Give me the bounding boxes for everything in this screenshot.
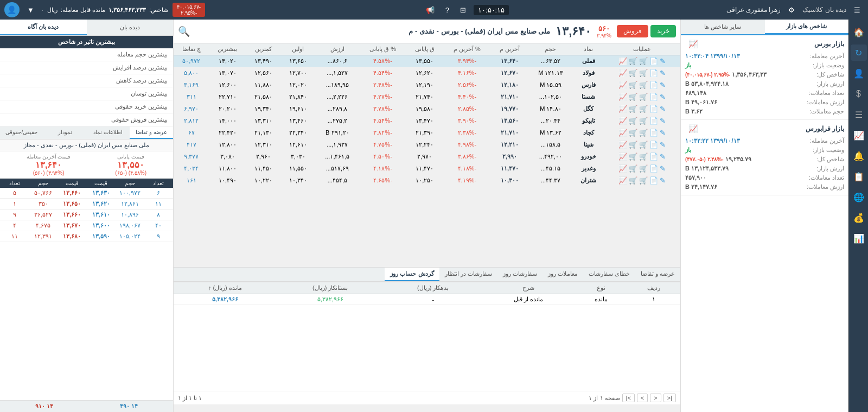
cart-icon-sell[interactable]: 🛒 <box>629 81 637 89</box>
grid-button[interactable]: ⊞ <box>457 5 469 15</box>
tab-sefareshat-dar-entezar[interactable]: سفارشات در انتظار <box>439 268 497 281</box>
report-icon-btn[interactable]: 📋 <box>851 168 867 185</box>
chart-row-icon[interactable]: 📈 <box>618 176 627 185</box>
td-symbol[interactable]: تاپیکو <box>573 115 604 127</box>
cart-icon-sell[interactable]: 🛒 <box>629 69 637 77</box>
list-item[interactable]: بیشترین درصد افزایش <box>0 61 173 74</box>
doc-icon[interactable]: 📄 <box>649 105 658 113</box>
table-row[interactable]: ✎ 📄 🛒 🛒 📈 وغدیر ۴۵.۱۵... ۱۱,۴۷۰ -۴.۱۸% ۱… <box>174 163 680 175</box>
td-symbol[interactable]: شینا <box>573 139 604 151</box>
tab-sayer-shakhes[interactable]: سایر شاخص ها <box>681 20 765 34</box>
list-item[interactable]: بیشترین توسان <box>0 87 173 100</box>
cart-icon-sell[interactable]: 🛒 <box>629 117 637 125</box>
chart-row-icon[interactable]: 📈 <box>618 129 627 137</box>
chart-row-icon[interactable]: 📈 <box>618 117 627 125</box>
doc-icon[interactable]: 📄 <box>649 57 658 65</box>
chart-row-icon[interactable]: 📈 <box>618 81 627 89</box>
chart-row-icon[interactable]: 📈 <box>618 105 627 113</box>
cart-icon-buy[interactable]: 🛒 <box>639 105 648 113</box>
arze-tab-haghighi[interactable]: حقیقی/حقوقی <box>0 126 43 139</box>
td-symbol[interactable]: کچاد <box>573 127 604 139</box>
refresh-icon-btn[interactable]: ↻ <box>851 45 867 61</box>
home-icon-btn[interactable]: 🏠 <box>851 24 867 40</box>
td-symbol[interactable]: فارس <box>573 79 604 91</box>
doc-icon[interactable]: 📄 <box>649 129 658 137</box>
edit-icon[interactable]: ✎ <box>660 117 666 125</box>
cart-icon-sell[interactable]: 🛒 <box>629 164 637 173</box>
sell-button[interactable]: فروش <box>617 25 648 37</box>
tab-gardesh-hesab-roz[interactable]: گردش حساب روز <box>385 268 439 281</box>
edit-icon[interactable]: ✎ <box>660 164 666 173</box>
cart-icon-buy[interactable]: 🛒 <box>639 69 648 77</box>
tab-sefareshat-roz[interactable]: سفارشات روز <box>497 268 542 281</box>
doc-icon[interactable]: 📄 <box>649 176 658 185</box>
pg-first[interactable]: |< <box>663 394 676 402</box>
arze-tab-arze[interactable]: عرضه و تقاضا <box>130 126 173 139</box>
pg-next[interactable]: > <box>637 394 648 402</box>
list-item[interactable]: بیشترین حجم معامله <box>0 48 173 61</box>
doc-icon[interactable]: 📄 <box>649 69 658 77</box>
doc-icon[interactable]: 📄 <box>649 164 658 173</box>
wallet-icon-btn[interactable]: 💰 <box>851 210 867 226</box>
table-row[interactable]: ✎ 📄 🛒 🛒 📈 شینا ۱۵۸.۵... ۱۲,۲۱۰ -۴.۹۸% ۱۲… <box>174 139 680 151</box>
table-row[interactable]: ✎ 📄 🛒 🛒 📈 فارس ۱۵.۵۹ M ۱۲,۱۸۰ -۲.۵۶% ۱۲,… <box>174 79 680 91</box>
td-symbol[interactable]: کگل <box>573 103 604 115</box>
settings-button[interactable]: ⚙ <box>785 5 798 15</box>
list-item[interactable]: بیشترین درصد کاهش <box>0 74 173 87</box>
table-row[interactable]: ✎ 📄 🛒 🛒 📈 شتران ۴۴.۳۷... ۱۰,۳۰۰ -۴.۱۹% ۱… <box>174 175 680 187</box>
edit-icon[interactable]: ✎ <box>660 105 666 113</box>
cart-icon-buy[interactable]: 🛒 <box>639 93 648 101</box>
cart-icon-sell[interactable]: 🛒 <box>629 57 637 65</box>
cart-icon-buy[interactable]: 🛒 <box>639 141 648 149</box>
tab-arze-tagaza[interactable]: عرضه و تقاضا <box>635 268 680 281</box>
td-symbol[interactable]: فملی <box>573 55 604 67</box>
cart-icon-buy[interactable]: 🛒 <box>639 153 648 161</box>
table-row[interactable]: ✎ 📄 🛒 🛒 📈 خودرو ۴۹۲,۰۰... ۲,۹۹۰ -۳.۸۶% ۲… <box>174 151 680 163</box>
help-button[interactable]: ? <box>442 5 452 15</box>
td-symbol[interactable]: خودرو <box>573 151 604 163</box>
chart-row-icon[interactable]: 📈 <box>618 93 627 101</box>
cart-icon-buy[interactable]: 🛒 <box>639 57 648 65</box>
cart-icon-sell[interactable]: 🛒 <box>629 153 637 161</box>
chart-row-icon[interactable]: 📈 <box>618 57 627 65</box>
cart-icon-sell[interactable]: 🛒 <box>629 93 637 101</box>
stocks-table-container[interactable]: عملیات نماد حجم آخرین م % آخرین م ق پایا… <box>174 43 680 267</box>
edit-icon[interactable]: ✎ <box>660 69 666 77</box>
cart-icon-buy[interactable]: 🛒 <box>639 164 648 173</box>
chart-icon-btn[interactable]: 📈 <box>851 127 867 143</box>
arze-tab-nemodar[interactable]: نمودار <box>43 126 87 139</box>
cart-icon-buy[interactable]: 🛒 <box>639 129 648 137</box>
cart-icon-buy[interactable]: 🛒 <box>639 81 648 89</box>
list-item[interactable]: بیشترین فروش حقوقی <box>0 113 173 126</box>
list-icon-btn[interactable]: ☰ <box>851 106 867 123</box>
bottom-table-area[interactable]: ردیف نوع شرح بدهکار (ریال) بستانکار (ریا… <box>174 282 680 391</box>
doc-icon[interactable]: 📄 <box>649 153 658 161</box>
table-row[interactable]: ✎ 📄 🛒 🛒 📈 تاپیکو ۲۰.۴۴... ۱۳,۵۶۰ -۳.۹۰% … <box>174 115 680 127</box>
cart-icon-buy[interactable]: 🛒 <box>639 176 648 185</box>
td-symbol[interactable]: فولاد <box>573 67 604 79</box>
bazar-farabours-chart-btn[interactable]: 📈 <box>685 123 701 134</box>
globe-icon-btn[interactable]: 🌐 <box>851 189 867 205</box>
chart-row-icon[interactable]: 📈 <box>618 69 627 77</box>
td-symbol[interactable]: شتران <box>573 175 604 187</box>
cart-icon-sell[interactable]: 🛒 <box>629 141 637 149</box>
money-icon-btn[interactable]: $ <box>851 86 867 102</box>
tab-shakhes-bazar[interactable]: شاخص های بازار <box>765 20 849 34</box>
edit-icon[interactable]: ✎ <box>660 129 666 137</box>
bell-icon-btn[interactable]: 🔔 <box>851 148 867 164</box>
pg-prev[interactable]: < <box>650 394 661 402</box>
cart-icon-sell[interactable]: 🛒 <box>629 176 637 185</box>
user-icon-btn[interactable]: 👤 <box>851 65 867 81</box>
rp-tab-dide-ban-agah[interactable]: دیده بان آگاه <box>0 20 87 35</box>
doc-icon[interactable]: 📄 <box>649 93 658 101</box>
tab-khata-sefareshat[interactable]: خطای سفارشات <box>583 268 635 281</box>
stats-icon-btn[interactable]: 📊 <box>851 230 867 246</box>
doc-icon[interactable]: 📄 <box>649 117 658 125</box>
list-item[interactable]: بیشترین خرید حقوقی <box>0 100 173 113</box>
chart-row-icon[interactable]: 📈 <box>618 153 627 161</box>
edit-icon[interactable]: ✎ <box>660 176 666 185</box>
edit-icon[interactable]: ✎ <box>660 141 666 149</box>
td-symbol[interactable]: شستا <box>573 91 604 103</box>
cart-icon-sell[interactable]: 🛒 <box>629 105 637 113</box>
rp-tab-dide-ban[interactable]: دیده بان <box>87 20 174 35</box>
